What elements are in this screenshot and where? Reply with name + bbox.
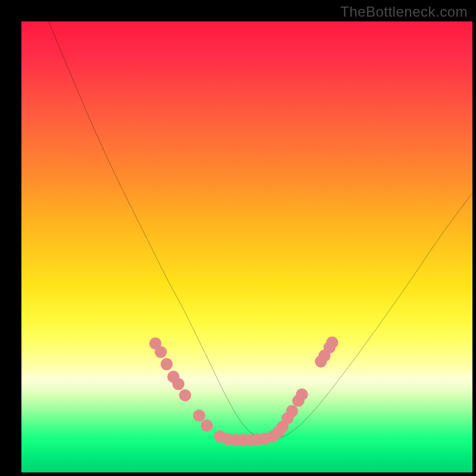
marker-dot [201,419,212,431]
watermark: TheBottleneck.com [340,4,468,20]
marker-dot [161,358,173,370]
highlighted-points [149,336,339,446]
marker-dot [326,336,338,348]
marker-dot [193,409,205,421]
marker-dot [296,389,308,400]
chart-frame: TheBottleneck.com [0,0,476,476]
bottleneck-curve [48,21,472,439]
plot-area [21,21,472,472]
marker-dot [155,346,167,358]
curve-layer [21,21,472,472]
marker-dot [173,378,184,390]
marker-dot [286,405,298,417]
marker-dot [179,389,191,401]
